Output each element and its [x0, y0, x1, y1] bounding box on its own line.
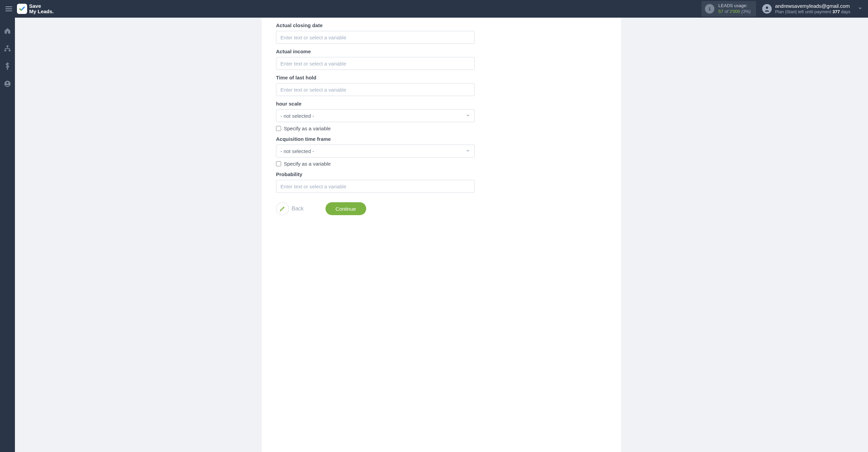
- field-hour-scale: hour scale - not selected - Specify as a…: [276, 101, 475, 131]
- logo-icon: [17, 4, 27, 14]
- user-email: andrewsavemyleads@gmail.com: [775, 3, 850, 10]
- svg-point-2: [766, 6, 768, 9]
- form-card: Actual closing date Actual income Time o…: [262, 18, 621, 452]
- user-plan: Plan |Start| left until payment 377 days: [775, 9, 850, 15]
- main: Actual closing date Actual income Time o…: [15, 18, 868, 452]
- usage-of: of: [725, 9, 728, 14]
- input-probability[interactable]: [276, 180, 475, 193]
- input-actual-income[interactable]: [276, 57, 475, 70]
- logo[interactable]: Save My Leads.: [17, 3, 54, 15]
- plan-suffix: days: [840, 9, 850, 14]
- label-actual-income: Actual income: [276, 49, 475, 54]
- avatar-icon: [762, 4, 772, 14]
- label-actual-closing-date: Actual closing date: [276, 22, 475, 28]
- select-hour-scale[interactable]: - not selected -: [276, 109, 475, 122]
- header: Save My Leads. LEADS usage: 57 of 2'000 …: [0, 0, 868, 18]
- field-probability: Probability: [276, 171, 475, 193]
- usage-label: LEADS usage:: [718, 3, 751, 9]
- select-acquisition-time-frame[interactable]: - not selected -: [276, 145, 475, 157]
- input-time-last-hold[interactable]: [276, 83, 475, 96]
- label-probability: Probability: [276, 171, 475, 177]
- chevron-down-icon: [858, 6, 863, 12]
- logo-line1: Save: [29, 3, 54, 9]
- checkbox-hour-scale-label: Specify as a variable: [284, 126, 331, 131]
- sidebar-item-account[interactable]: [2, 79, 13, 89]
- form-actions: Back Continue: [276, 202, 475, 215]
- plan-days: 377: [832, 9, 840, 14]
- sidebar-item-home[interactable]: [2, 26, 13, 36]
- hamburger-menu[interactable]: [4, 4, 14, 14]
- specify-acquisition-row[interactable]: Specify as a variable: [276, 161, 475, 167]
- usage-values: 57 of 2'000 (3%): [718, 9, 751, 15]
- field-acquisition-time-frame: Acquisition time frame - not selected - …: [276, 136, 475, 167]
- logo-line2: My Leads.: [29, 9, 54, 15]
- plan-prefix: Plan |Start| left until payment: [775, 9, 832, 14]
- svg-rect-1: [709, 8, 710, 11]
- sidebar-item-connections[interactable]: [2, 43, 13, 54]
- input-actual-closing-date[interactable]: [276, 31, 475, 44]
- chevron-down-icon: [466, 113, 470, 119]
- svg-rect-5: [9, 50, 11, 52]
- field-time-last-hold: Time of last hold: [276, 75, 475, 96]
- select-hour-scale-value: - not selected -: [280, 113, 314, 119]
- logo-text: Save My Leads.: [29, 3, 54, 15]
- label-acquisition-time-frame: Acquisition time frame: [276, 136, 475, 142]
- checkbox-acquisition-specify[interactable]: [276, 161, 281, 166]
- checkbox-hour-scale-specify[interactable]: [276, 126, 281, 131]
- svg-rect-3: [6, 45, 8, 47]
- svg-point-7: [6, 82, 8, 84]
- sidebar-item-billing[interactable]: [2, 61, 13, 71]
- user-text: andrewsavemyleads@gmail.com Plan |Start|…: [775, 3, 850, 15]
- select-acquisition-time-frame-value: - not selected -: [280, 148, 314, 154]
- svg-rect-4: [4, 50, 6, 52]
- chevron-down-icon: [466, 148, 470, 154]
- back-button[interactable]: Back: [276, 202, 304, 215]
- continue-button[interactable]: Continue: [326, 202, 366, 215]
- sidebar: [0, 18, 15, 452]
- usage-box: LEADS usage: 57 of 2'000 (3%): [702, 1, 756, 17]
- usage-text: LEADS usage: 57 of 2'000 (3%): [718, 3, 751, 15]
- form: Actual closing date Actual income Time o…: [276, 22, 475, 215]
- label-time-last-hold: Time of last hold: [276, 75, 475, 80]
- checkbox-acquisition-label: Specify as a variable: [284, 161, 331, 167]
- svg-point-0: [709, 7, 710, 8]
- usage-limit: 2'000: [729, 9, 740, 14]
- field-actual-income: Actual income: [276, 49, 475, 70]
- usage-pct: (3%): [741, 9, 750, 14]
- user-menu[interactable]: andrewsavemyleads@gmail.com Plan |Start|…: [762, 3, 864, 15]
- info-icon: [705, 4, 714, 14]
- usage-count: 57: [718, 9, 723, 14]
- specify-hour-scale-row[interactable]: Specify as a variable: [276, 126, 475, 131]
- label-hour-scale: hour scale: [276, 101, 475, 107]
- field-actual-closing-date: Actual closing date: [276, 22, 475, 44]
- pencil-icon: [276, 202, 289, 215]
- back-label: Back: [292, 206, 304, 212]
